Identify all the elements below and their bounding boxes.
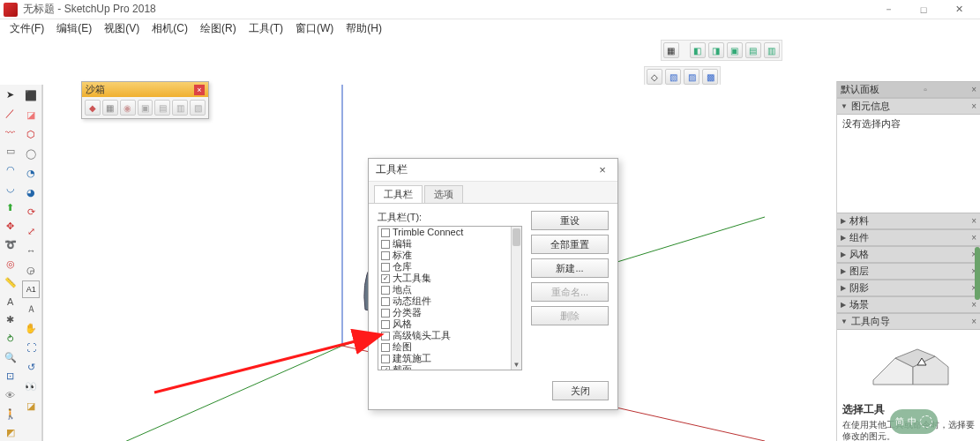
toolbar-item[interactable]: Trimble Connect (378, 227, 511, 238)
menu-edit[interactable]: 编辑(E) (50, 20, 98, 37)
checkbox-icon[interactable] (381, 309, 390, 318)
toolbar-item[interactable]: 地点 (378, 284, 511, 295)
rotate2-icon[interactable]: ⟳ (22, 203, 40, 220)
panel-scenes[interactable]: 场景 (849, 298, 869, 311)
sandbox-from-scratch-icon[interactable]: ▦ (102, 100, 118, 116)
reset-button[interactable]: 重设 (531, 211, 609, 230)
section4-icon[interactable]: ◩ (2, 424, 19, 441)
freehand-icon[interactable]: 〰 (2, 124, 19, 141)
orbit2-icon[interactable]: ⥁ (2, 330, 19, 347)
sectiond-icon[interactable]: ◪ (22, 397, 40, 415)
flip-edge-icon[interactable]: ▧ (190, 100, 206, 116)
checkbox-icon[interactable] (381, 320, 390, 329)
entity-info-label[interactable]: 图元信息 (851, 100, 890, 113)
checkbox-icon[interactable] (381, 286, 390, 295)
panel-styles[interactable]: 风格 (849, 248, 869, 261)
toolbar-item[interactable]: ✓大工具集 (378, 273, 511, 284)
pie2-icon[interactable]: ◕ (22, 183, 40, 201)
sandbox-toolbar-title[interactable]: 沙箱 × (82, 82, 208, 97)
pan2-icon[interactable]: ✋ (22, 319, 40, 337)
listbox-scrollbar[interactable]: ▲ ▼ (511, 227, 521, 370)
minimize-button[interactable]: － (871, 0, 906, 19)
text2-icon[interactable]: A (2, 293, 19, 310)
tray-pin-icon[interactable]: ▫ (924, 85, 927, 94)
checkbox-icon[interactable] (381, 228, 390, 237)
drape-icon[interactable]: ▤ (154, 100, 170, 116)
zoom2-icon[interactable]: 🔍 (2, 349, 19, 366)
label-icon[interactable]: A1 (22, 280, 40, 298)
iso-view-icon[interactable]: ◇ (647, 69, 662, 85)
offset2-icon[interactable]: ◎ (2, 255, 19, 272)
checkbox-icon[interactable] (381, 263, 390, 272)
checkbox-icon[interactable]: ✓ (381, 366, 390, 370)
arc3-icon[interactable]: ◡ (2, 180, 19, 197)
select-tool-icon[interactable]: ➤ (2, 86, 19, 103)
panel-components[interactable]: 组件 (849, 231, 869, 244)
menu-draw[interactable]: 绘图(R) (194, 20, 243, 37)
smoove-icon[interactable]: ◉ (120, 100, 136, 116)
tab-options[interactable]: 选项 (424, 185, 463, 203)
scene4-icon[interactable]: ▤ (745, 42, 761, 58)
maximize-button[interactable]: □ (906, 0, 941, 19)
right-scroll-stub[interactable] (975, 247, 980, 300)
add-detail-icon[interactable]: ▥ (172, 100, 188, 116)
menu-file[interactable]: 文件(F) (4, 20, 50, 37)
tape2-icon[interactable]: 📏 (2, 274, 19, 291)
push2-icon[interactable]: ⬆ (2, 199, 19, 216)
scene2-icon[interactable]: ◨ (708, 42, 724, 58)
circle2-icon[interactable]: ◯ (22, 145, 40, 162)
toolbar-item[interactable]: 绘图 (378, 341, 511, 353)
dim-icon[interactable]: ↔ (22, 242, 40, 259)
walk-icon[interactable]: 🚶 (2, 406, 19, 422)
pie-icon[interactable]: ◔ (22, 164, 40, 182)
close-button[interactable]: ✕ (941, 0, 976, 19)
sandbox-toolbar-close[interactable]: × (194, 85, 205, 95)
checkbox-icon[interactable] (381, 240, 390, 249)
checkbox-icon[interactable]: ✓ (381, 274, 390, 283)
delete-button[interactable]: 删除 (531, 306, 609, 325)
toolbar-item[interactable]: 风格 (378, 318, 511, 330)
scroll-down-icon[interactable]: ▼ (512, 359, 521, 370)
stamp-icon[interactable]: ▣ (138, 100, 153, 116)
dialog-close-button[interactable]: × (595, 163, 610, 176)
panel-layers[interactable]: 图层 (849, 265, 869, 278)
checkbox-icon[interactable] (381, 297, 390, 306)
panel-shadows[interactable]: 阴影 (849, 281, 869, 295)
look-icon[interactable]: 👀 (22, 377, 40, 395)
toolbar-listbox[interactable]: Trimble Connect编辑标准仓库✓大工具集地点动态组件分类器风格高级镜… (378, 226, 522, 370)
entity-info-close[interactable]: × (971, 101, 976, 111)
checkbox-icon[interactable] (381, 343, 390, 352)
scene-icon[interactable]: ◧ (690, 42, 706, 58)
protractor-icon[interactable]: ◶ (22, 261, 40, 279)
checkbox-icon[interactable] (381, 355, 390, 363)
rename-button[interactable]: 重命名... (531, 282, 609, 302)
sandbox-from-contours-icon[interactable]: ◆ (85, 100, 101, 116)
toolbar-item[interactable]: 编辑 (378, 238, 511, 250)
menu-window[interactable]: 窗口(W) (289, 20, 340, 37)
position-icon[interactable]: 👁 (2, 386, 19, 403)
toolbar-item[interactable]: 高级镜头工具 (378, 330, 511, 341)
layers-icon[interactable]: ▦ (663, 42, 679, 58)
new-button[interactable]: 新建... (531, 258, 609, 278)
rect-tool-icon[interactable]: ▭ (2, 143, 19, 160)
panel-instructor[interactable]: 工具向导 (851, 315, 890, 328)
toolbars-dialog[interactable]: 工具栏 × 工具栏 选项 工具栏(T): Trimble Connect编辑标准… (368, 158, 618, 410)
paint2-icon[interactable]: ⬛ (22, 86, 40, 104)
toolbar-item[interactable]: ✓截面 (378, 364, 511, 370)
checkbox-icon[interactable] (381, 332, 390, 340)
checkbox-icon[interactable] (381, 251, 390, 260)
toolbar-item[interactable]: 建筑施工 (378, 353, 511, 364)
toolbar-item[interactable]: 动态组件 (378, 295, 511, 307)
sandbox-toolbar[interactable]: 沙箱 × ◆ ▦ ◉ ▣ ▤ ▥ ▧ (81, 81, 209, 119)
tray-close-icon[interactable]: × (971, 85, 976, 94)
tab-toolbars[interactable]: 工具栏 (374, 185, 423, 203)
axes-icon[interactable]: ✱ (2, 311, 19, 328)
toolbar-item[interactable]: 标准 (378, 250, 511, 261)
reset-all-button[interactable]: 全部重置 (531, 235, 609, 254)
prev-icon[interactable]: ↺ (22, 358, 40, 376)
toolbar-item[interactable]: 仓库 (378, 261, 511, 273)
eraser2-icon[interactable]: ◪ (22, 106, 40, 123)
move2-icon[interactable]: ✥ (2, 218, 19, 235)
scene3-icon[interactable]: ▣ (727, 42, 743, 58)
menu-help[interactable]: 帮助(H) (340, 20, 388, 37)
